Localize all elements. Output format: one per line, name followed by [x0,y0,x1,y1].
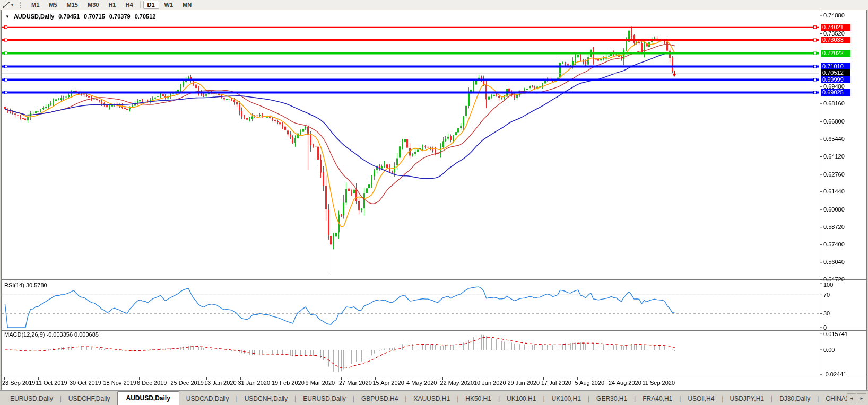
line-tool-icon[interactable] [2,1,11,8]
tab-fra40-h1[interactable]: FRA40,H1 [636,392,679,405]
timeframe-button-h1[interactable]: H1 [104,1,120,9]
timeframe-button-m15[interactable]: M15 [63,1,82,9]
tab-audusd-daily[interactable]: AUDUSD,Daily [117,391,179,405]
tab-usdcad-daily[interactable]: USDCAD,Daily [179,392,236,405]
tab-usoil-h4[interactable]: USOil,H4 [681,392,721,405]
chart-tabs: EURUSD,Daily|USDCHF,DailyAUDUSD,DailyUSD… [0,391,868,405]
timeframe-button-m1[interactable]: M1 [27,1,44,9]
line-tool-group: ▾ [2,1,13,8]
tab-hk50-h1[interactable]: HK50,H1 [458,392,498,405]
timeframe-button-m5[interactable]: M5 [45,1,61,9]
timeframe-button-mn[interactable]: MN [178,1,196,9]
tab-xauusd-h1[interactable]: XAUUSD,H1 [406,392,457,405]
tool-dropdown-caret[interactable]: ▾ [11,3,13,7]
tab-uk100-h1[interactable]: UK100,H1 [545,392,588,405]
timeframe-button-d1[interactable]: D1 [143,1,159,9]
tab-eurusd-daily[interactable]: EURUSD,Daily [296,392,353,405]
tab-ger30-h1[interactable]: GER30,H1 [589,392,634,405]
price-chart-canvas[interactable] [0,0,868,405]
timeframe-button-m30[interactable]: M30 [83,1,103,9]
tab-usdchf-daily[interactable]: USDCHF,Daily [62,392,117,405]
timeframe-buttons: M1M5M15M30H1H4D1W1MN [27,1,196,9]
terminal-window: ▾ M1M5M15M30H1H4D1W1MN ▼ AUDUSD,Daily 0.… [0,0,868,405]
tab-scroll-arrows: ◄ ► [847,393,866,403]
timeframe-button-h4[interactable]: H4 [121,1,137,9]
tab-scroll-left-icon[interactable]: ◄ [847,393,856,403]
tab-uk100-h1[interactable]: UK100,H1 [500,392,543,405]
tab-scroll-right-icon[interactable]: ► [857,393,866,403]
tab-usdcnh-daily[interactable]: USDCNH,Daily [238,392,294,405]
timeframe-button-w1[interactable]: W1 [160,1,178,9]
tab-dj30-daily[interactable]: DJ30,Daily [772,392,817,405]
tab-usdjpy-h1[interactable]: USDJPY,H1 [723,392,771,405]
tab-gbpusd-h4[interactable]: GBPUSD,H4 [354,392,405,405]
chart-tab-bar: EURUSD,Daily|USDCHF,DailyAUDUSD,DailyUSD… [0,390,868,405]
toolbar-grip [20,2,22,8]
toolbar: ▾ M1M5M15M30H1H4D1W1MN [0,0,868,10]
toolbar-separator [140,1,141,8]
tab-eurusd-daily[interactable]: EURUSD,Daily [3,392,60,405]
